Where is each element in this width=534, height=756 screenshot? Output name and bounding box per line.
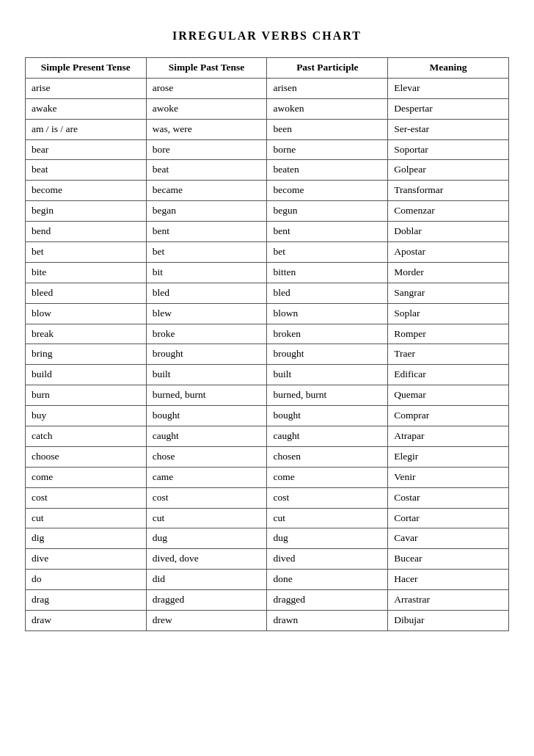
cell-participle: awoken	[267, 98, 388, 119]
table-row: beatbeatbeatenGolpear	[26, 160, 509, 181]
cell-meaning: Atrapar	[388, 426, 509, 447]
cell-past: began	[146, 201, 267, 222]
cell-meaning: Edificar	[388, 365, 509, 385]
cell-participle: arisen	[267, 78, 388, 98]
cell-meaning: Costar	[388, 487, 509, 508]
cell-meaning: Cortar	[388, 508, 509, 528]
cell-participle: been	[267, 119, 388, 139]
cell-participle: cost	[267, 487, 388, 508]
cell-participle: caught	[267, 426, 388, 447]
table-row: digdugdugCavar	[26, 528, 509, 549]
cell-meaning: Despertar	[388, 98, 509, 119]
cell-present: blow	[26, 303, 147, 324]
table-row: divedived, dovedivedBucear	[26, 549, 509, 570]
cell-participle: bled	[267, 283, 388, 303]
cell-past: brought	[146, 344, 267, 365]
cell-participle: bitten	[267, 262, 388, 283]
cell-participle: drawn	[267, 611, 388, 631]
cell-participle: dragged	[267, 590, 388, 611]
verb-table: Simple Present Tense Simple Past Tense P…	[25, 57, 509, 631]
table-row: comecamecomeVenir	[26, 467, 509, 487]
cell-meaning: Dibujar	[388, 611, 509, 631]
cell-present: dive	[26, 549, 147, 570]
cell-participle: built	[267, 365, 388, 385]
header-meaning: Meaning	[388, 58, 509, 79]
table-row: bringbroughtbroughtTraer	[26, 344, 509, 365]
cell-meaning: Comenzar	[388, 201, 509, 222]
cell-participle: bent	[267, 222, 388, 242]
cell-present: arise	[26, 78, 147, 98]
table-header-row: Simple Present Tense Simple Past Tense P…	[26, 58, 509, 79]
cell-present: do	[26, 570, 147, 590]
table-row: drawdrewdrawnDibujar	[26, 611, 509, 631]
cell-present: awake	[26, 98, 147, 119]
cell-present: break	[26, 324, 147, 344]
table-row: bleedbledbledSangrar	[26, 283, 509, 303]
cell-present: burn	[26, 385, 147, 406]
table-row: beginbeganbegunComenzar	[26, 201, 509, 222]
cell-past: bet	[146, 242, 267, 263]
cell-meaning: Golpear	[388, 160, 509, 181]
cell-past: blew	[146, 303, 267, 324]
table-row: choosechosechosenElegir	[26, 446, 509, 467]
cell-participle: borne	[267, 139, 388, 160]
cell-present: bleed	[26, 283, 147, 303]
cell-present: choose	[26, 446, 147, 467]
table-row: catchcaughtcaughtAtrapar	[26, 426, 509, 447]
cell-present: am / is / are	[26, 119, 147, 139]
cell-past: bought	[146, 406, 267, 426]
cell-present: build	[26, 365, 147, 385]
cell-present: become	[26, 181, 147, 201]
table-row: becomebecamebecomeTransformar	[26, 181, 509, 201]
cell-participle: come	[267, 467, 388, 487]
table-row: bearboreborneSoportar	[26, 139, 509, 160]
cell-participle: dug	[267, 528, 388, 549]
cell-participle: burned, burnt	[267, 385, 388, 406]
cell-past: arose	[146, 78, 267, 98]
cell-present: bet	[26, 242, 147, 263]
cell-present: buy	[26, 406, 147, 426]
cell-meaning: Venir	[388, 467, 509, 487]
cell-present: cut	[26, 508, 147, 528]
table-row: cutcutcutCortar	[26, 508, 509, 528]
table-row: dodiddoneHacer	[26, 570, 509, 590]
header-present: Simple Present Tense	[26, 58, 147, 79]
table-row: burnburned, burntburned, burntQuemar	[26, 385, 509, 406]
cell-meaning: Transformar	[388, 181, 509, 201]
cell-past: bore	[146, 139, 267, 160]
cell-meaning: Quemar	[388, 385, 509, 406]
table-body: arisearosearisenElevarawakeawokeawokenDe…	[26, 78, 509, 630]
cell-present: cost	[26, 487, 147, 508]
cell-participle: blown	[267, 303, 388, 324]
cell-participle: dived	[267, 549, 388, 570]
cell-present: drag	[26, 590, 147, 611]
cell-meaning: Comprar	[388, 406, 509, 426]
cell-meaning: Apostar	[388, 242, 509, 263]
cell-present: bite	[26, 262, 147, 283]
cell-meaning: Morder	[388, 262, 509, 283]
cell-meaning: Soplar	[388, 303, 509, 324]
cell-participle: broken	[267, 324, 388, 344]
table-row: am / is / arewas, werebeenSer-estar	[26, 119, 509, 139]
cell-meaning: Romper	[388, 324, 509, 344]
cell-participle: done	[267, 570, 388, 590]
cell-meaning: Ser-estar	[388, 119, 509, 139]
cell-past: was, were	[146, 119, 267, 139]
table-row: bitebitbittenMorder	[26, 262, 509, 283]
cell-meaning: Elegir	[388, 446, 509, 467]
table-row: breakbrokebrokenRomper	[26, 324, 509, 344]
cell-meaning: Elevar	[388, 78, 509, 98]
cell-past: dived, dove	[146, 549, 267, 570]
cell-meaning: Cavar	[388, 528, 509, 549]
cell-participle: brought	[267, 344, 388, 365]
cell-past: cut	[146, 508, 267, 528]
cell-past: bled	[146, 283, 267, 303]
cell-meaning: Bucear	[388, 549, 509, 570]
cell-present: bear	[26, 139, 147, 160]
cell-past: dragged	[146, 590, 267, 611]
table-row: betbetbetApostar	[26, 242, 509, 263]
cell-past: built	[146, 365, 267, 385]
table-row: buildbuiltbuiltEdificar	[26, 365, 509, 385]
cell-present: bend	[26, 222, 147, 242]
cell-present: catch	[26, 426, 147, 447]
